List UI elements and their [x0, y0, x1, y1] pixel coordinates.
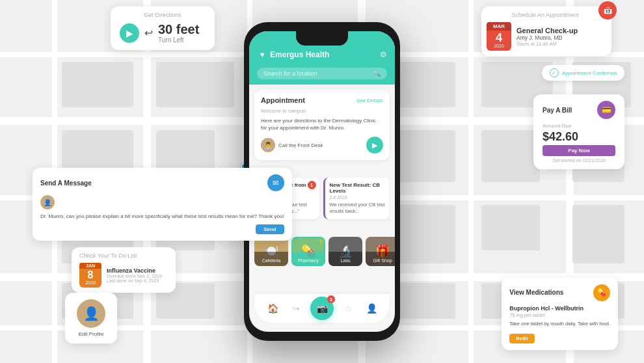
medications-icon-button[interactable]: 💊 [593, 284, 610, 301]
message-panel-header: Send A Message ✉ [40, 174, 284, 191]
pay-icon-button[interactable]: 💳 [597, 101, 615, 119]
todo-date-badge: JAN 8 2020 [79, 263, 101, 288]
pay-now-button[interactable]: Pay Now [543, 145, 615, 156]
pay-panel-title: Pay A Bill [543, 107, 572, 114]
todo-item: JAN 8 2020 Influenza Vaccine Overdue sin… [79, 263, 168, 288]
search-bar-container: Search for a location 🔍 [249, 65, 395, 85]
locations-row: 🍽️ Cafeteria 💊 ★ Pharmacy [249, 237, 395, 271]
phone-notch [296, 31, 348, 46]
appointment-subtitle: Welcome to campus! [261, 108, 383, 114]
send-button[interactable]: Send [256, 224, 284, 234]
directions-panel-label: Get Directions [120, 12, 206, 18]
confirmed-text: Appointment Confirmed [562, 70, 617, 76]
direction-turn: Turn Left [158, 36, 199, 44]
app-logo: ♥ Emergus Health [257, 49, 329, 60]
schedule-info: General Check-up Amy J. Munro, MD Starts… [517, 27, 604, 47]
directions-content: ▶ ↩ 30 feet Turn Left [120, 22, 206, 44]
giftshop-label: Gift Shop [373, 258, 392, 263]
turn-left-icon: ↩ [144, 27, 153, 39]
appointment-footer: 👨‍⚕️ Call the Front Desk ▶ [261, 137, 383, 154]
todo-month: JAN [79, 263, 101, 269]
medication-name: Bupropion Hcl - Wellbutrin [509, 305, 610, 312]
appointment-title: Appointment [261, 96, 305, 104]
installment-text: Get started on 02/21/2019 [543, 158, 615, 163]
profile-avatar: 👤 [77, 299, 105, 328]
confirmed-panel: ✓ Appointment Confirmed [542, 65, 624, 81]
todo-item-title: Influenza Vaccine [107, 267, 168, 274]
see-details-link[interactable]: See Details [356, 98, 383, 103]
medications-title: View Medications [509, 289, 563, 296]
appointment-day: 4 [490, 32, 507, 44]
pharmacy-label: Pharmacy [298, 258, 319, 263]
location-giftshop[interactable]: 🎁 Gift Shop [366, 237, 395, 266]
location-cafeteria[interactable]: 🍽️ Cafeteria [254, 237, 288, 266]
medication-instructions: Take one tablet by mouth daily. Take wit… [509, 321, 610, 328]
call-desk-text: Call the Front Desk [278, 142, 323, 148]
message-body: Dr. Munro, can you please explain a bit … [40, 213, 284, 220]
pay-panel: Pay A Bill 💳 Amount Due $42.60 Pay Now G… [533, 94, 624, 169]
todo-due: Overdue since Nov 1, 2019 [107, 274, 168, 278]
labs-label-wrap: Labs [329, 252, 362, 266]
search-input[interactable]: Search for a location 🔍 [257, 68, 387, 79]
settings-icon[interactable]: ⚙ [380, 50, 387, 59]
schedule-panel-label: Schedule An Appointment [487, 12, 604, 18]
doctor-avatar: 👨‍⚕️ [261, 138, 275, 152]
todo-day: 8 [83, 270, 98, 280]
nav-share[interactable]: ↪ [287, 299, 305, 317]
location-pharmacy[interactable]: 💊 ★ Pharmacy [291, 237, 325, 266]
todo-panel-label: Check Your To Do List [79, 252, 168, 259]
direction-text: 30 feet Turn Left [158, 22, 199, 44]
pay-panel-header: Pay A Bill 💳 [543, 101, 615, 119]
amount-due-label: Amount Due [543, 123, 615, 129]
notif-date-2: 2.8.2019 [330, 195, 386, 200]
notif-body-2: We received your CB test results back... [330, 202, 386, 215]
schedule-doctor: Amy J. Munro, MD [517, 34, 604, 41]
appointment-year: 2020 [490, 44, 507, 48]
labs-label: Labs [340, 258, 350, 263]
notification-lab-card[interactable]: New Test Result: CB Levels 2.8.2019 We r… [323, 178, 390, 219]
confirmed-checkmark: ✓ [550, 68, 559, 77]
nav-home[interactable]: 🏠 [263, 299, 282, 317]
schedule-icon-button[interactable]: 📅 [598, 1, 617, 20]
direction-arrow-icon: ▶ [120, 23, 139, 43]
notif-title-2: New Test Result: CB Levels [330, 182, 386, 194]
directions-panel: Get Directions ▶ ↩ 30 feet Turn Left [111, 7, 215, 50]
appointment-date-badge: MAR 4 2020 [487, 22, 511, 51]
medications-header: View Medications 💊 [509, 284, 610, 301]
schedule-content: MAR 4 2020 General Check-up Amy J. Munro… [487, 22, 604, 51]
schedule-panel: 📅 Schedule An Appointment MAR 4 2020 Gen… [481, 7, 611, 56]
refill-button[interactable]: Refill [509, 334, 534, 343]
location-labs[interactable]: 🔬 Labs [329, 237, 362, 266]
nav-star[interactable]: ☆ [339, 299, 357, 317]
schedule-time: Starts at 11:40 AM [517, 41, 604, 47]
direction-distance: 30 feet [158, 22, 199, 36]
notification-badge: 1 [308, 181, 316, 189]
profile-panel[interactable]: 👤 Edit Profile [65, 293, 117, 343]
search-icon: 🔍 [373, 70, 381, 77]
call-desk-row: 👨‍⚕️ Call the Front Desk [261, 138, 323, 152]
message-panel-title: Send A Message [40, 180, 92, 187]
appointment-card: Appointment See Details Welcome to campu… [254, 90, 390, 160]
heart-icon: ♥ [257, 49, 267, 60]
nav-camera-button[interactable]: 📷 2 [310, 297, 334, 320]
profile-label: Edit Profile [72, 331, 111, 337]
appointment-body: Here are your directions to the Dermatol… [261, 117, 383, 131]
appointment-month: MAR [487, 22, 511, 31]
medications-panel: View Medications 💊 Bupropion Hcl - Wellb… [502, 278, 618, 351]
todo-panel: Check Your To Do List JAN 8 2020 Influen… [72, 247, 176, 293]
sender-avatar: 👤 [40, 195, 55, 209]
navigate-button[interactable]: ▶ [366, 137, 383, 154]
todo-year: 2020 [83, 280, 98, 285]
cafeteria-label-wrap: Cafeteria [254, 252, 288, 266]
nav-profile[interactable]: 👤 [362, 299, 381, 317]
pharmacy-label-wrap: Pharmacy [291, 252, 325, 266]
bottom-navigation: 🏠 ↪ 📷 2 ☆ 👤 [254, 294, 390, 323]
appointment-card-header: Appointment See Details [261, 96, 383, 104]
nav-camera-badge: 2 [327, 295, 335, 303]
amount-value: $42.60 [543, 130, 615, 144]
todo-last: Last done on Sep 4, 2019 [107, 278, 168, 283]
schedule-title: General Check-up [517, 27, 604, 34]
search-placeholder: Search for a location [263, 70, 317, 77]
cafeteria-label: Cafeteria [262, 258, 280, 263]
message-icon-button[interactable]: ✉ [267, 174, 284, 191]
